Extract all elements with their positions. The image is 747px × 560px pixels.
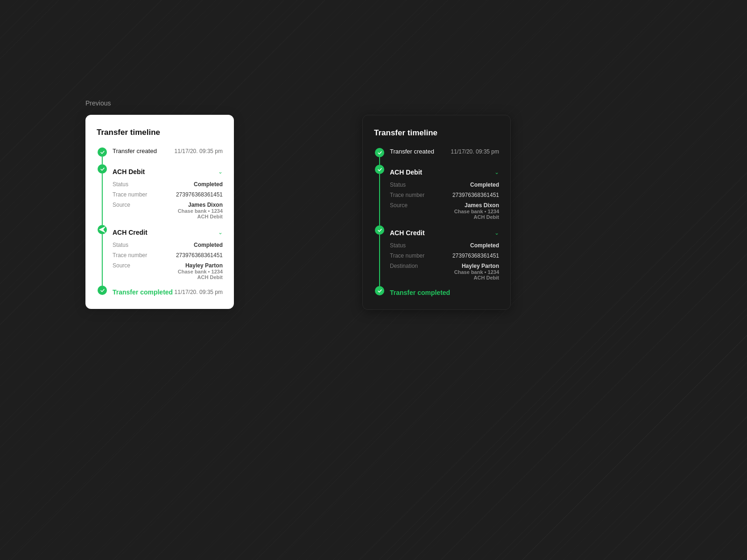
dark-card: Transfer timeline Transfer created 11/17… bbox=[362, 115, 511, 310]
light-created-label: Transfer created bbox=[113, 147, 157, 154]
light-debit-details: Status Completed Trace number 2739763683… bbox=[113, 177, 223, 225]
light-created-row: Transfer created 11/17/20. 09:35 pm bbox=[97, 147, 223, 164]
light-debit-status-value: Completed bbox=[194, 181, 223, 188]
light-credit-chevron: ⌄ bbox=[218, 229, 223, 236]
dark-debit-trace-row: Trace number 273976368361451 bbox=[390, 190, 499, 200]
dark-ach-debit-row: ACH Debit ⌄ Status Completed Trace numbe… bbox=[374, 165, 499, 225]
light-debit-trace-value: 273976368361451 bbox=[176, 191, 223, 198]
light-debit-chevron: ⌄ bbox=[218, 168, 223, 175]
dark-completed-label: Transfer completed bbox=[390, 289, 450, 296]
light-line-3 bbox=[102, 234, 103, 286]
dark-credit-trace-row: Trace number 273976368361451 bbox=[390, 251, 499, 261]
dark-credit-details: Status Completed Trace number 2739763683… bbox=[390, 238, 499, 286]
dark-credit-icon-col bbox=[374, 225, 385, 286]
light-credit-header[interactable]: ACH Credit ⌄ bbox=[113, 225, 223, 238]
dark-created-content: Transfer created 11/17/20. 09:35 pm bbox=[390, 148, 499, 165]
light-completed-icon-col bbox=[97, 286, 108, 296]
light-created-check bbox=[98, 147, 107, 157]
dark-created-row: Transfer created 11/17/20. 09:35 pm bbox=[374, 148, 499, 165]
light-debit-block: ACH Debit ⌄ Status Completed Trace numbe… bbox=[113, 164, 223, 225]
dark-timeline: Transfer created 11/17/20. 09:35 pm ACH … bbox=[374, 148, 499, 296]
dark-completed-info: Transfer completed bbox=[390, 289, 499, 296]
dark-debit-status-key: Status bbox=[390, 182, 406, 188]
light-completed-label: Transfer completed bbox=[113, 288, 173, 296]
dark-completed-check bbox=[375, 286, 384, 295]
dark-card-title: Transfer timeline bbox=[374, 128, 499, 138]
light-credit-status-row: Status Completed bbox=[113, 240, 223, 250]
dark-credit-dest-key: Destination bbox=[390, 263, 418, 269]
dark-debit-details: Status Completed Trace number 2739763683… bbox=[390, 178, 499, 225]
dark-completed-icon-col bbox=[374, 286, 385, 296]
light-credit-status-key: Status bbox=[113, 242, 128, 248]
light-credit-icon bbox=[98, 225, 107, 234]
dark-line-2 bbox=[379, 174, 380, 225]
dark-credit-check bbox=[375, 225, 384, 235]
light-credit-trace-value: 273976368361451 bbox=[176, 252, 223, 259]
dark-debit-status-value: Completed bbox=[470, 182, 499, 188]
light-debit-header[interactable]: ACH Debit ⌄ bbox=[113, 164, 223, 177]
dark-debit-header[interactable]: ACH Debit ⌄ bbox=[390, 165, 499, 178]
dark-credit-chevron: ⌄ bbox=[494, 230, 499, 236]
light-card: Transfer timeline Transfer created 11/17… bbox=[85, 115, 234, 309]
dark-debit-block: ACH Debit ⌄ Status Completed Trace numbe… bbox=[390, 165, 499, 225]
light-credit-block: ACH Credit ⌄ Status Completed Trace numb… bbox=[113, 225, 223, 286]
light-debit-source-row: Source James Dixon Chase bank • 1234 ACH… bbox=[113, 200, 223, 221]
dark-ach-credit-row: ACH Credit ⌄ Status Completed Trace numb… bbox=[374, 225, 499, 286]
dark-debit-title: ACH Debit bbox=[390, 168, 422, 176]
light-debit-source-value: James Dixon Chase bank • 1234 ACH Debit bbox=[178, 202, 223, 219]
light-line-1 bbox=[102, 157, 103, 164]
light-credit-title: ACH Credit bbox=[113, 229, 148, 236]
light-created-date: 11/17/20. 09:35 pm bbox=[175, 148, 223, 154]
light-credit-status-value: Completed bbox=[194, 242, 223, 248]
dark-credit-status-value: Completed bbox=[470, 242, 499, 249]
dark-created-info: Transfer created 11/17/20. 09:35 pm bbox=[390, 148, 499, 157]
dark-created-check bbox=[375, 148, 384, 157]
dark-line-1 bbox=[379, 157, 380, 165]
light-debit-check bbox=[98, 164, 107, 174]
light-ach-debit-row: ACH Debit ⌄ Status Completed Trace numbe… bbox=[97, 164, 223, 225]
dark-credit-status-row: Status Completed bbox=[390, 240, 499, 251]
light-credit-source-row: Source Hayley Parton Chase bank • 1234 A… bbox=[113, 260, 223, 282]
dark-credit-content: ACH Credit ⌄ Status Completed Trace numb… bbox=[390, 225, 499, 286]
light-debit-trace-row: Trace number 273976368361451 bbox=[113, 189, 223, 200]
light-credit-trace-key: Trace number bbox=[113, 252, 147, 259]
previous-label: Previous bbox=[85, 99, 111, 107]
light-created-info: Transfer created 11/17/20. 09:35 pm bbox=[113, 147, 223, 156]
light-credit-content: ACH Credit ⌄ Status Completed Trace numb… bbox=[113, 225, 223, 286]
light-completed-date: 11/17/20. 09:35 pm bbox=[175, 289, 223, 295]
light-card-title: Transfer timeline bbox=[97, 128, 223, 137]
dark-credit-dest-row: Destination Hayley Parton Chase bank • 1… bbox=[390, 261, 499, 282]
light-completed-row: Transfer completed 11/17/20. 09:35 pm bbox=[97, 286, 223, 296]
dark-credit-header[interactable]: ACH Credit ⌄ bbox=[390, 225, 499, 238]
dark-credit-status-key: Status bbox=[390, 242, 406, 249]
dark-debit-chevron: ⌄ bbox=[494, 169, 499, 175]
light-debit-title: ACH Debit bbox=[113, 168, 145, 175]
dark-debit-source-row: Source James Dixon Chase bank • 1234 ACH… bbox=[390, 200, 499, 222]
light-created-content: Transfer created 11/17/20. 09:35 pm bbox=[113, 147, 223, 164]
dark-credit-trace-value: 273976368361451 bbox=[452, 252, 499, 259]
dark-credit-block: ACH Credit ⌄ Status Completed Trace numb… bbox=[390, 225, 499, 286]
light-completed-check bbox=[98, 286, 107, 295]
dark-debit-check bbox=[375, 165, 384, 174]
dark-completed-content: Transfer completed bbox=[390, 286, 499, 296]
light-debit-trace-key: Trace number bbox=[113, 191, 147, 198]
light-completed-info: Transfer completed 11/17/20. 09:35 pm bbox=[113, 288, 223, 296]
dark-created-icon-col bbox=[374, 148, 385, 165]
dark-credit-dest-value: Hayley Parton Chase bank • 1234 ACH Debi… bbox=[454, 263, 499, 280]
light-credit-source-value: Hayley Parton Chase bank • 1234 ACH Debi… bbox=[178, 262, 223, 280]
light-credit-details: Status Completed Trace number 2739763683… bbox=[113, 238, 223, 286]
light-debit-content: ACH Debit ⌄ Status Completed Trace numbe… bbox=[113, 164, 223, 225]
dark-debit-icon-col bbox=[374, 165, 385, 225]
dark-debit-content: ACH Debit ⌄ Status Completed Trace numbe… bbox=[390, 165, 499, 225]
dark-debit-status-row: Status Completed bbox=[390, 180, 499, 190]
dark-debit-source-key: Source bbox=[390, 202, 408, 209]
dark-created-label: Transfer created bbox=[390, 148, 434, 155]
light-debit-icon-col bbox=[97, 164, 108, 225]
dark-completed-row: Transfer completed bbox=[374, 286, 499, 296]
light-credit-source-key: Source bbox=[113, 262, 130, 269]
dark-debit-trace-value: 273976368361451 bbox=[452, 192, 499, 198]
light-debit-status-key: Status bbox=[113, 181, 128, 188]
light-ach-credit-row: ACH Credit ⌄ Status Completed Trace numb… bbox=[97, 225, 223, 286]
light-line-2 bbox=[102, 174, 103, 225]
light-timeline: Transfer created 11/17/20. 09:35 pm ACH … bbox=[97, 147, 223, 296]
